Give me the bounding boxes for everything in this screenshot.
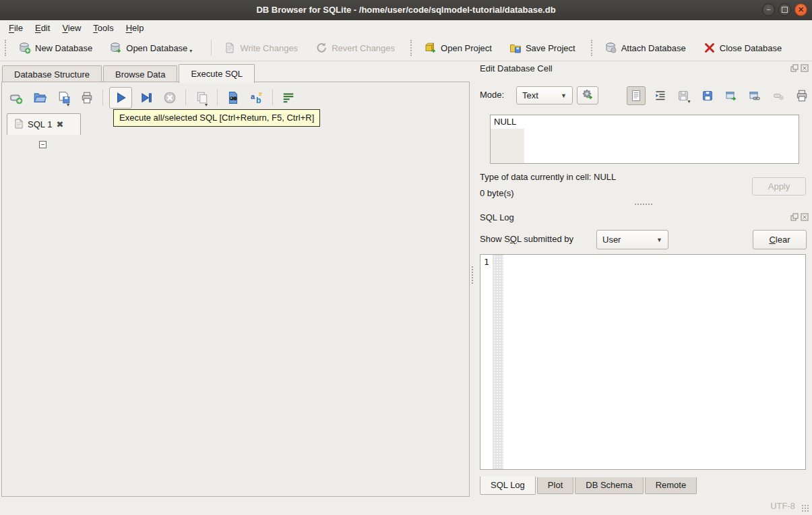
doc-text-icon xyxy=(630,90,642,102)
db-attach-icon xyxy=(605,42,617,54)
toolbar-separator xyxy=(272,90,273,106)
sql-log-area[interactable]: 1 xyxy=(480,254,806,470)
wrap-lines-icon xyxy=(282,91,295,104)
cube-open-icon xyxy=(425,42,437,54)
set-null-button xyxy=(770,87,787,104)
menu-tools[interactable]: Tools xyxy=(87,22,119,34)
gear-go-icon xyxy=(582,88,594,102)
close-button[interactable]: ✕ xyxy=(794,3,807,16)
export-win-icon xyxy=(725,90,737,102)
open-project-button[interactable]: Open Project xyxy=(419,38,497,57)
cell-size-info: 0 byte(s) xyxy=(480,188,514,198)
save-sql-file-button[interactable]: ▾ xyxy=(54,88,73,108)
sql-tab-label: SQL 1 xyxy=(28,119,52,129)
splitter-main-dock[interactable] xyxy=(470,265,474,285)
db-plus-icon xyxy=(19,42,31,54)
new-database-button[interactable]: New Database xyxy=(13,38,98,57)
tab-execute-sql[interactable]: Execute SQL xyxy=(179,64,255,83)
toolbar-separator xyxy=(185,90,186,106)
chevron-down-icon: ▼ xyxy=(656,237,662,243)
doc-search-icon xyxy=(226,91,240,104)
db-open-icon xyxy=(110,42,122,54)
stop-icon xyxy=(163,91,177,104)
auto-apply-button[interactable] xyxy=(577,86,598,104)
minimize-icon: − xyxy=(766,6,770,13)
chevron-down-icon: ▼ xyxy=(561,92,567,99)
maximize-button[interactable] xyxy=(778,3,791,16)
close-database-button[interactable]: Close Database xyxy=(698,38,788,57)
close-icon: ✕ xyxy=(798,6,804,13)
cell-value-editor[interactable]: NULL xyxy=(490,115,799,164)
sql-file-icon xyxy=(14,119,24,131)
toolbar-separator xyxy=(102,90,103,106)
word-wrap-cell-button[interactable] xyxy=(652,87,669,104)
close-panel-icon[interactable] xyxy=(801,213,809,221)
dropdown-arrow-icon: ▾ xyxy=(205,102,208,108)
copy-link-button[interactable] xyxy=(746,87,763,104)
open-sql-file-button[interactable] xyxy=(30,88,49,108)
dropdown-arrow-icon: ▾ xyxy=(189,48,192,54)
open-in-external-button[interactable] xyxy=(722,87,740,104)
indent-icon xyxy=(654,90,666,102)
tab-browse-data[interactable]: Browse Data xyxy=(103,65,177,83)
text-mode-button[interactable] xyxy=(627,86,646,105)
toolbar-handle xyxy=(410,40,414,56)
cell-type-info: Type of data currently in cell: NULL xyxy=(480,172,616,182)
svg-text:a: a xyxy=(251,92,255,100)
tab-plot[interactable]: Plot xyxy=(537,477,573,494)
format-sql-button[interactable]: ab xyxy=(247,88,266,108)
attach-database-button[interactable]: Attach Database xyxy=(600,38,691,57)
bottom-tab-bar: SQL LogPlotDB SchemaRemote xyxy=(480,477,698,495)
tab-db-schema[interactable]: DB Schema xyxy=(575,477,643,494)
word-wrap-button[interactable] xyxy=(279,88,298,108)
tab-database-structure[interactable]: Database Structure xyxy=(2,65,102,83)
fold-marker-icon[interactable]: − xyxy=(39,141,46,148)
new-sql-tab-button[interactable] xyxy=(7,88,26,108)
log-line-number: 1 xyxy=(484,257,489,267)
menu-edit[interactable]: Edit xyxy=(29,22,56,34)
write-changes-button: Write Changes xyxy=(218,38,303,57)
window-controls: − ✕ xyxy=(762,3,807,16)
print-cell-button[interactable] xyxy=(793,87,811,104)
resize-grip[interactable] xyxy=(801,504,809,512)
open-database-button[interactable]: Open Database▾ xyxy=(104,38,197,57)
export-data-button[interactable] xyxy=(699,87,716,104)
save-project-button[interactable]: Save Project xyxy=(504,38,581,57)
close-panel-icon[interactable] xyxy=(801,64,809,72)
menu-help[interactable]: Help xyxy=(120,22,150,34)
menu-file[interactable]: File xyxy=(3,22,29,34)
save-as-blue-icon xyxy=(701,90,714,102)
tooltip: Execute all/selected SQL [Ctrl+Return, F… xyxy=(113,109,320,127)
float-panel-icon[interactable] xyxy=(790,64,799,72)
log-filter-select[interactable]: User ▼ xyxy=(596,230,668,249)
execute-line-button[interactable] xyxy=(137,88,156,108)
sql-editor-tab[interactable]: SQL 1 ✖ xyxy=(7,113,81,135)
main-toolbar: New DatabaseOpen Database▾Write ChangesR… xyxy=(0,35,812,61)
menu-view[interactable]: View xyxy=(56,22,87,34)
save-results-button: ▾ xyxy=(192,88,211,108)
print-sql-button[interactable] xyxy=(77,88,96,108)
cell-value: NULL xyxy=(494,117,516,127)
execute-all-button[interactable] xyxy=(109,87,132,109)
app-window: DB Browser for SQLite - /home/user/code/… xyxy=(0,0,812,515)
apply-button[interactable]: Apply xyxy=(752,177,806,195)
float-panel-icon[interactable] xyxy=(790,213,799,221)
splitter-dock[interactable] xyxy=(559,202,728,206)
toolbar-label: Open Database xyxy=(126,43,187,53)
stop-button xyxy=(160,88,179,108)
mode-select[interactable]: Text ▼ xyxy=(516,86,573,104)
menubar: FileEditViewToolsHelp xyxy=(0,20,812,35)
find-in-sql-button[interactable] xyxy=(224,88,243,108)
execute-sql-panel xyxy=(1,82,470,497)
sql-toolbar: ▾▾ab xyxy=(7,86,298,109)
edit-cell-dock-buttons xyxy=(790,64,809,72)
tab-sql-log[interactable]: SQL Log xyxy=(480,477,536,495)
toolbar-label: Open Project xyxy=(441,43,492,53)
minimize-button[interactable]: − xyxy=(762,3,775,16)
tab-close-icon[interactable]: ✖ xyxy=(56,119,63,129)
tab-remote[interactable]: Remote xyxy=(645,477,697,494)
cell-editor-gutter xyxy=(491,129,524,163)
toolbar-separator xyxy=(211,40,212,56)
clear-log-button[interactable]: Clear xyxy=(753,230,807,249)
toolbar-label: Write Changes xyxy=(240,43,298,53)
